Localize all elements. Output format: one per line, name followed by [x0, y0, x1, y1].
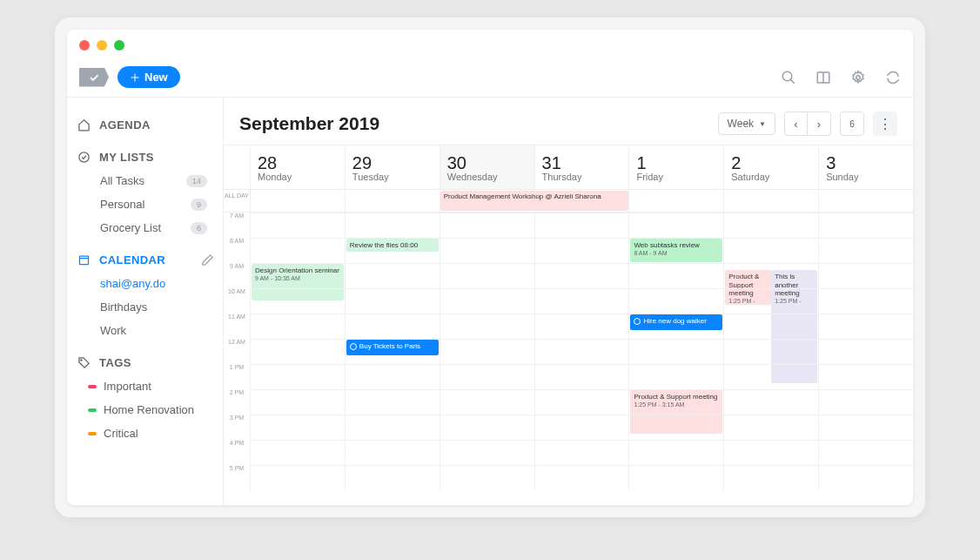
sync-icon[interactable] [885, 70, 901, 85]
grid-cell[interactable] [440, 288, 534, 314]
grid-cell[interactable] [628, 415, 723, 440]
grid-cell[interactable]: Design Orientation seminar9 AM - 10:30 A… [250, 263, 345, 288]
sidebar-item-personal[interactable]: Personal9 [77, 192, 223, 216]
event-allday-workshop[interactable]: Product Management Workshop @ Azrieli Sh… [440, 191, 629, 211]
sidebar-tag-important[interactable]: Important [77, 374, 223, 398]
day-header-sat[interactable]: 2Saturday [723, 145, 818, 189]
grid-cell[interactable] [250, 238, 345, 263]
new-button[interactable]: New [117, 66, 180, 88]
sidebar-item-birthdays[interactable]: Birthdays [77, 295, 223, 319]
grid-cell[interactable] [440, 415, 534, 440]
sidebar-agenda-header[interactable]: AGENDA [77, 113, 223, 137]
grid-cell[interactable]: Web subtasks review8 AM - 9 AM [628, 238, 723, 263]
grid-cell[interactable] [818, 389, 913, 415]
close-window-button[interactable] [79, 40, 90, 51]
grid-cell[interactable] [534, 263, 629, 288]
grid-cell[interactable] [818, 213, 913, 238]
grid-cell[interactable] [534, 415, 629, 440]
grid-cell[interactable] [440, 440, 534, 465]
day-header-sun[interactable]: 3Sunday [818, 145, 913, 189]
grid-cell[interactable] [723, 364, 818, 389]
grid-cell[interactable] [440, 339, 534, 364]
grid-cell[interactable] [250, 364, 345, 389]
grid-cell[interactable] [723, 213, 818, 238]
prev-button[interactable]: ‹ [785, 112, 808, 135]
grid-cell[interactable] [818, 339, 913, 364]
grid-cell[interactable] [818, 465, 913, 490]
grid-cell[interactable] [723, 288, 818, 314]
day-header-tue[interactable]: 29Tuesday [345, 145, 440, 189]
day-header-thu[interactable]: 31Thursday [534, 145, 629, 189]
grid-cell[interactable] [534, 339, 629, 364]
app-badge[interactable] [79, 68, 109, 87]
minimize-window-button[interactable] [97, 40, 107, 51]
day-header-wed[interactable]: 30Wednesday [440, 145, 534, 189]
grid-cell[interactable] [534, 465, 629, 490]
grid-cell[interactable] [250, 389, 345, 415]
calendar-event[interactable]: Review the files 08:00 [346, 239, 439, 252]
grid-cell[interactable] [534, 238, 629, 263]
grid-cell[interactable]: Product & Support meeting1:25 PM - 3:15T… [723, 263, 818, 288]
grid-cell[interactable] [250, 465, 345, 490]
grid-cell[interactable] [818, 314, 913, 339]
grid-cell[interactable] [723, 440, 818, 465]
grid-cell[interactable] [345, 213, 440, 238]
gear-icon[interactable] [850, 70, 866, 85]
grid-cell[interactable] [628, 213, 723, 238]
grid-cell[interactable] [440, 389, 534, 415]
calendar-event[interactable]: Buy Tickets to Paris [346, 340, 439, 355]
grid-cell[interactable] [345, 288, 440, 314]
sidebar-calendar-header[interactable]: CALENDAR [77, 248, 223, 272]
grid-cell[interactable] [250, 213, 345, 238]
grid-cell[interactable] [345, 415, 440, 440]
grid-cell[interactable] [723, 389, 818, 415]
grid-cell[interactable] [723, 314, 818, 339]
grid-cell[interactable] [440, 263, 534, 288]
grid-cell[interactable] [534, 364, 629, 389]
day-header-mon[interactable]: 28Monday [250, 145, 345, 189]
grid-cell[interactable] [723, 339, 818, 364]
grid-cell[interactable] [345, 314, 440, 339]
grid-cell[interactable] [345, 440, 440, 465]
grid-cell[interactable] [250, 415, 345, 440]
grid-cell[interactable] [818, 263, 913, 288]
grid-cell[interactable] [723, 465, 818, 490]
grid-cell[interactable] [628, 263, 723, 288]
grid-cell[interactable]: Buy Tickets to Paris [345, 339, 440, 364]
grid-cell[interactable] [250, 288, 345, 314]
grid-cell[interactable] [440, 213, 534, 238]
more-menu-button[interactable]: ⋮ [873, 111, 897, 136]
sidebar-tag-critical[interactable]: Critical [77, 422, 223, 445]
grid-cell[interactable] [818, 364, 913, 389]
grid-cell[interactable] [628, 440, 723, 465]
grid-cell[interactable] [628, 288, 723, 314]
today-button[interactable]: 6 [840, 111, 864, 136]
view-dropdown[interactable]: Week▼ [718, 112, 775, 135]
grid-cell[interactable] [345, 465, 440, 490]
maximize-window-button[interactable] [114, 40, 124, 51]
grid-cell[interactable] [818, 238, 913, 263]
grid-cell[interactable] [440, 238, 534, 263]
book-icon[interactable] [816, 70, 831, 85]
grid-cell[interactable] [345, 364, 440, 389]
grid-cell[interactable] [534, 440, 629, 465]
grid-cell[interactable] [628, 465, 723, 490]
calendar-event[interactable]: Hire new dog walker [630, 314, 722, 330]
grid-cell[interactable] [818, 288, 913, 314]
grid-cell[interactable] [628, 339, 723, 364]
grid-cell[interactable] [440, 465, 534, 490]
sidebar-item-shai[interactable]: shai@any.do [77, 272, 223, 295]
grid-cell[interactable] [534, 213, 629, 238]
grid-cell[interactable] [723, 238, 818, 263]
grid-cell[interactable] [818, 415, 913, 440]
grid-cell[interactable] [723, 415, 818, 440]
calendar-event[interactable]: Web subtasks review8 AM - 9 AM [630, 239, 722, 262]
sidebar-item-grocery[interactable]: Grocery List6 [77, 216, 223, 240]
grid-cell[interactable] [534, 389, 629, 415]
grid-cell[interactable]: Hire new dog walker [628, 314, 723, 339]
grid-cell[interactable] [440, 314, 534, 339]
sidebar-item-work[interactable]: Work [77, 319, 223, 342]
grid-cell[interactable] [250, 314, 345, 339]
next-button[interactable]: › [808, 112, 830, 135]
grid-cell[interactable] [534, 288, 629, 314]
